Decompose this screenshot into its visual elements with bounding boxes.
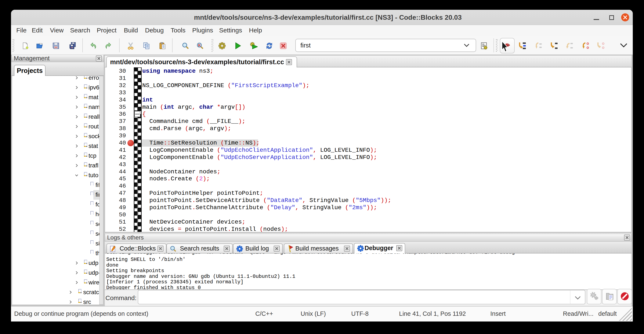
svg-text:R: R xyxy=(198,43,201,47)
